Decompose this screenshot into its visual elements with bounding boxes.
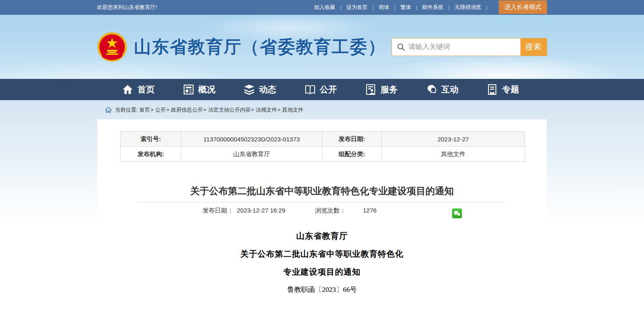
breadcrumb-link-disclosure[interactable]: 公开 bbox=[155, 107, 166, 113]
breadcrumb-home-icon bbox=[105, 107, 112, 113]
publish-date-label: 发布日期： bbox=[203, 207, 233, 215]
elder-mode-button[interactable]: 进入长者模式 bbox=[499, 0, 547, 14]
breadcrumb-separator: > bbox=[277, 107, 281, 113]
breadcrumb-prefix: 当前位置: bbox=[115, 106, 138, 114]
breadcrumb-link-other-docs[interactable]: 其他文件 bbox=[282, 107, 304, 113]
table-row: 索引号: 11370000004502323D/2023-01373 发布日期:… bbox=[121, 132, 525, 147]
body-line-agency: 山东省教育厅 bbox=[97, 231, 547, 242]
news-icon bbox=[244, 84, 254, 95]
nav-item-topics[interactable]: 专题 bbox=[487, 84, 519, 95]
article-meta-row: 发布日期： 2023-12-27 16:29 浏览次数： 1276 ★ bbox=[97, 205, 547, 217]
meta-label-category: 组配分类: bbox=[322, 147, 382, 162]
breadcrumb-link-gov-info[interactable]: 政府信息公开 bbox=[171, 107, 203, 113]
divider: | bbox=[416, 4, 417, 10]
breadcrumb-separator: > bbox=[251, 107, 254, 113]
search-box: 搜索 bbox=[392, 38, 547, 56]
article-title: 关于公布第二批山东省中等职业教育特色化专业建设项目的通知 bbox=[97, 185, 547, 197]
home-icon bbox=[122, 84, 133, 95]
link-mail-system[interactable]: 邮件系统 bbox=[421, 4, 444, 11]
divider: | bbox=[486, 4, 487, 10]
nav-item-disclosure[interactable]: 公开 bbox=[305, 84, 337, 95]
divider: | bbox=[394, 4, 396, 10]
search-icon bbox=[397, 43, 405, 51]
overview-icon bbox=[183, 84, 194, 95]
breadcrumb-link-regulations[interactable]: 法规文件 bbox=[256, 107, 277, 113]
body-line-title-part2: 专业建设项目的通知 bbox=[97, 266, 547, 278]
publish-date-value: 2023-12-27 16:29 bbox=[237, 207, 285, 214]
site-title: 山东省教育厅（省委教育工委） bbox=[134, 36, 386, 58]
meta-value-publish-date: 2023-12-27 bbox=[382, 132, 525, 147]
national-emblem-logo bbox=[97, 32, 127, 62]
table-row: 发布机构: 山东省教育厅 组配分类: 其他文件 bbox=[121, 147, 525, 162]
breadcrumb-separator: > bbox=[203, 107, 207, 113]
breadcrumb-separator: > bbox=[166, 107, 169, 113]
meta-label-publisher: 发布机构: bbox=[121, 147, 181, 162]
article-card: 索引号: 11370000004502323D/2023-01373 发布日期:… bbox=[97, 119, 547, 309]
site-header: 山东省教育厅（省委教育工委） 搜索 bbox=[0, 15, 644, 79]
open-book-icon bbox=[305, 84, 315, 95]
nav-item-interaction[interactable]: 互动 bbox=[426, 84, 459, 95]
link-traditional-chinese[interactable]: 繁体 bbox=[400, 4, 412, 11]
link-set-homepage[interactable]: 设为首页 bbox=[345, 4, 368, 11]
search-button[interactable]: 搜索 bbox=[520, 38, 547, 56]
wechat-share-icon[interactable] bbox=[452, 208, 462, 218]
breadcrumb-link-statutory[interactable]: 法定主动公开内容 bbox=[208, 107, 250, 113]
interaction-icon bbox=[426, 84, 437, 95]
main-navigation: 首页 概况 动态 公开 服务 bbox=[0, 79, 644, 100]
view-count-label: 浏览次数： bbox=[315, 207, 346, 215]
link-simplified-chinese[interactable]: 简体 bbox=[378, 4, 390, 11]
breadcrumb: 当前位置: 首页 > 公开 > 政府信息公开 > 法定主动公开内容 > 法规文件… bbox=[97, 100, 547, 119]
view-count-value: 1276 bbox=[363, 207, 376, 214]
meta-value-publisher: 山东省教育厅 bbox=[181, 147, 322, 162]
search-input[interactable] bbox=[405, 38, 520, 56]
document-number: 鲁教职函〔2023〕66号 bbox=[97, 285, 547, 294]
divider: | bbox=[340, 4, 341, 10]
document-meta-table: 索引号: 11370000004502323D/2023-01373 发布日期:… bbox=[120, 131, 525, 162]
meta-label-index-no: 索引号: bbox=[121, 132, 181, 147]
top-utility-bar: 欢迎您来到山东省教育厅! 加入收藏 | 设为首页 | 简体 | 繁体 | 邮件系… bbox=[0, 0, 644, 15]
nav-item-services[interactable]: 服务 bbox=[365, 84, 398, 95]
topic-icon bbox=[487, 84, 498, 95]
link-add-favorite[interactable]: 加入收藏 bbox=[313, 4, 336, 11]
breadcrumb-separator: > bbox=[151, 107, 154, 113]
body-line-title-part1: 关于公布第二批山东省中等职业教育特色化 bbox=[97, 249, 547, 260]
top-links: 加入收藏 | 设为首页 | 简体 | 繁体 | 邮件系统 | 无障碍浏览 | 进… bbox=[313, 0, 547, 15]
nav-item-overview[interactable]: 概况 bbox=[183, 84, 216, 95]
link-accessibility[interactable]: 无障碍浏览 bbox=[454, 4, 482, 11]
page-body: 当前位置: 首页 > 公开 > 政府信息公开 > 法定主动公开内容 > 法规文件… bbox=[0, 100, 644, 309]
divider: | bbox=[372, 4, 374, 10]
service-icon bbox=[365, 84, 376, 95]
title-divider bbox=[138, 202, 505, 202]
divider: | bbox=[448, 4, 450, 10]
breadcrumb-link-home[interactable]: 首页 bbox=[140, 107, 150, 113]
welcome-text: 欢迎您来到山东省教育厅! bbox=[97, 4, 157, 11]
meta-value-category: 其他文件 bbox=[382, 147, 525, 162]
meta-value-index-no: 11370000004502323D/2023-01373 bbox=[181, 132, 322, 147]
site-brand[interactable]: 山东省教育厅（省委教育工委） bbox=[97, 32, 386, 62]
meta-label-publish-date: 发布日期: bbox=[322, 132, 382, 147]
nav-item-news[interactable]: 动态 bbox=[244, 84, 276, 95]
nav-item-home[interactable]: 首页 bbox=[122, 84, 155, 95]
